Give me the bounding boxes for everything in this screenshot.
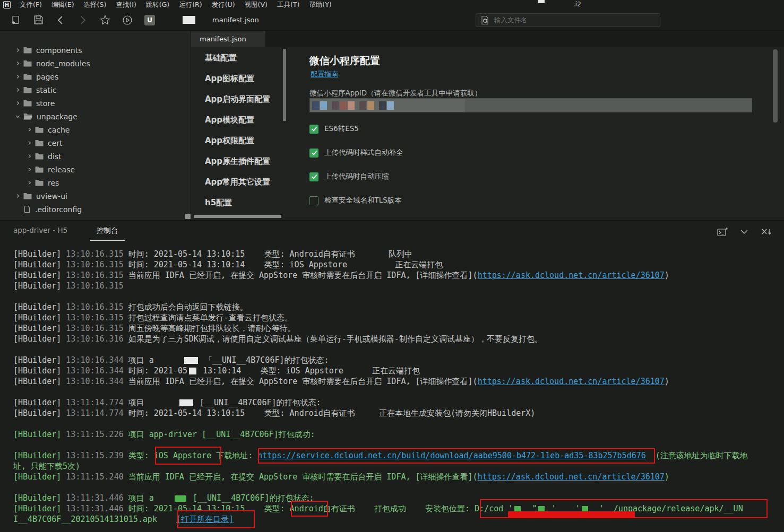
- console-text: 时间: 2021-05-14 13:10:15 类型: Android自有证书 …: [124, 408, 536, 418]
- console-tab-active[interactable]: 控制台: [90, 226, 125, 241]
- console-line-8: [HBuilder] 13:10:16.316 如果是为了三方SDK调试，请使用…: [13, 334, 784, 344]
- menu-item-5[interactable]: 运行(R): [174, 1, 206, 10]
- console-link[interactable]: [打开所在目录]: [176, 514, 234, 524]
- nav-item-1[interactable]: App图标配置: [191, 68, 287, 89]
- navigate-forward-button[interactable]: [76, 14, 89, 27]
- tree-item-uview-ui[interactable]: uview-ui: [0, 189, 186, 203]
- main-area: componentsnode_modulespagesstaticstoreun…: [0, 31, 784, 220]
- console-line-20: 址, 只能下载5次): [13, 461, 784, 472]
- tree-item-res[interactable]: res: [0, 176, 186, 189]
- uniapp-button[interactable]: U: [144, 15, 155, 25]
- tree-item-static[interactable]: static: [0, 83, 186, 97]
- menu-item-7[interactable]: 视图(V): [240, 1, 272, 10]
- tree-item-pages[interactable]: pages: [0, 70, 186, 83]
- console-tab-process[interactable]: app-driver - H5: [13, 226, 67, 234]
- menu-item-3[interactable]: 查找(I): [111, 1, 141, 10]
- console-text: [HBuilder]: [13, 493, 61, 503]
- run-button[interactable]: [121, 14, 134, 27]
- tree-item-dist[interactable]: dist: [0, 150, 186, 163]
- folder-icon: [35, 153, 44, 160]
- redaction-block-white: [189, 368, 196, 374]
- nav-item-7[interactable]: h5配置: [191, 193, 287, 213]
- console-text: [HBuilder]: [13, 281, 61, 291]
- tree-item-cache[interactable]: cache: [0, 123, 186, 136]
- tree-item-label: components: [36, 46, 82, 55]
- console-line-15: [HBuilder] 13:11:14.774 时间: 2021-05-14 1…: [13, 408, 784, 418]
- navigate-back-button[interactable]: [54, 14, 67, 27]
- new-file-button[interactable]: [10, 14, 22, 27]
- menu-item-0[interactable]: 文件(F): [15, 1, 47, 10]
- console-line-11: [HBuilder] 13:10:16.344 时间: 2021-05 13:1…: [13, 365, 784, 376]
- search-placeholder: 输入文件名: [494, 16, 528, 25]
- project-explorer: componentsnode_modulespagesstaticstoreun…: [0, 31, 191, 220]
- close-panel-icon[interactable]: [761, 227, 772, 237]
- nav-item-4[interactable]: App权限配置: [191, 130, 287, 151]
- checkbox-checked[interactable]: [309, 125, 318, 134]
- console-text: [__UNI__4B7C06F]的打包状态:: [188, 493, 314, 503]
- console-line-3: [HBuilder] 13:10:16.315: [13, 281, 784, 291]
- menu-item-6[interactable]: 发行(U): [207, 1, 240, 10]
- chevron-right-icon: [25, 180, 33, 185]
- nav-item-6[interactable]: App常用其它设置: [191, 172, 287, 193]
- console-link[interactable]: https://ask.dcloud.net.cn/article/36107: [478, 377, 665, 386]
- nav-horizontal-scrollbar[interactable]: [194, 215, 281, 218]
- console-link[interactable]: https://ask.dcloud.net.cn/article/36107: [478, 472, 665, 482]
- mosaic-block: [379, 101, 386, 110]
- tree-item-cert[interactable]: cert: [0, 136, 186, 150]
- file-search-input[interactable]: 输入文件名: [476, 13, 660, 27]
- console-text: ' ': [546, 504, 580, 513]
- console-text: 当前应用 IDFA 已经开启, 在提交 AppStore 审核时需要在后台开启 …: [124, 271, 478, 280]
- console-text: [HBuilder]: [13, 504, 61, 513]
- config-vertical-scrollbar[interactable]: [773, 49, 778, 123]
- nav-item-2[interactable]: App启动界面配置: [191, 89, 287, 110]
- nav-item-5[interactable]: App原生插件配置: [191, 151, 287, 172]
- console-link[interactable]: https://service.dcloud.net.cn/build/down…: [257, 451, 646, 460]
- bookmark-star-button[interactable]: [99, 14, 111, 27]
- checkbox-checked[interactable]: [309, 149, 318, 158]
- menu-item-2[interactable]: 选择(S): [79, 1, 111, 10]
- chevron-right-icon: [25, 167, 33, 172]
- console-text: ): [665, 377, 669, 386]
- editor-tabstrip: manifest.json: [191, 31, 784, 47]
- tab-manifest-json[interactable]: manifest.json: [191, 31, 265, 47]
- console-link[interactable]: https://ask.dcloud.net.cn/article/36107: [478, 271, 665, 280]
- save-button[interactable]: [32, 14, 45, 27]
- menu-item-8[interactable]: 工具(T): [272, 1, 304, 10]
- tree-item--editorconfig[interactable]: .editorconfig: [0, 203, 186, 216]
- tree-item-unpackage[interactable]: unpackage: [0, 110, 186, 123]
- nav-item-0[interactable]: 基础配置: [191, 48, 287, 68]
- tree-item-label: cert: [48, 139, 63, 147]
- menu-bar: H 文件(F)编辑(E)选择(S)查找(I)跳转(G)运行(R)发行(U)视图(…: [0, 0, 784, 10]
- tree-item-node-modules[interactable]: node_modules: [0, 57, 186, 70]
- console-line-14: [HBuilder] 13:11:14.774 项目 [__UNI__4B7C0…: [13, 397, 784, 408]
- console-text: 13:11:15.226: [61, 430, 123, 439]
- chevron-right-icon: [14, 88, 21, 92]
- nav-vertical-scrollbar[interactable]: [283, 49, 286, 121]
- tree-item-components[interactable]: components: [0, 43, 186, 57]
- tree-item-store[interactable]: store: [0, 97, 186, 110]
- sidebar-scroll-corner[interactable]: [185, 214, 191, 219]
- tree-item-label: dist: [48, 152, 62, 161]
- appid-input[interactable]: [309, 98, 752, 112]
- collapse-panel-icon[interactable]: [739, 227, 749, 237]
- mosaic-block: [340, 101, 347, 110]
- new-terminal-icon[interactable]: [717, 227, 728, 237]
- console-line-18: [13, 440, 784, 450]
- console-text: 如果是为了三方SDK调试，请使用自定义调试基座（菜单运行-手机或模拟器-制作自定…: [124, 334, 542, 344]
- console-text: [HBuilder]: [13, 324, 61, 333]
- console-line-9: [13, 344, 784, 355]
- checkbox-unchecked[interactable]: [309, 196, 318, 205]
- console-text: 项目 a: [124, 493, 173, 503]
- console-text: [HBuilder]: [13, 430, 61, 439]
- menu-item-9[interactable]: 帮助(Y): [304, 1, 336, 10]
- checkbox-label: 上传代码时自动压缩: [324, 172, 389, 181]
- menu-item-1[interactable]: 编辑(E): [47, 1, 79, 10]
- config-guide-link[interactable]: 配置指南: [311, 69, 338, 79]
- tree-item-release[interactable]: release: [0, 163, 186, 176]
- console-line-24: [HBuilder] 13:11:31.446 时间: 2021-05-14 1…: [13, 503, 784, 514]
- console-line-13: [13, 387, 784, 397]
- checkbox-checked[interactable]: [309, 172, 318, 181]
- console-line-23: [HBuilder] 13:11:31.446 项目 a [__UNI__4B7…: [13, 493, 784, 503]
- nav-item-3[interactable]: App模块配置: [191, 110, 287, 130]
- menu-item-4[interactable]: 跳转(G): [141, 1, 174, 10]
